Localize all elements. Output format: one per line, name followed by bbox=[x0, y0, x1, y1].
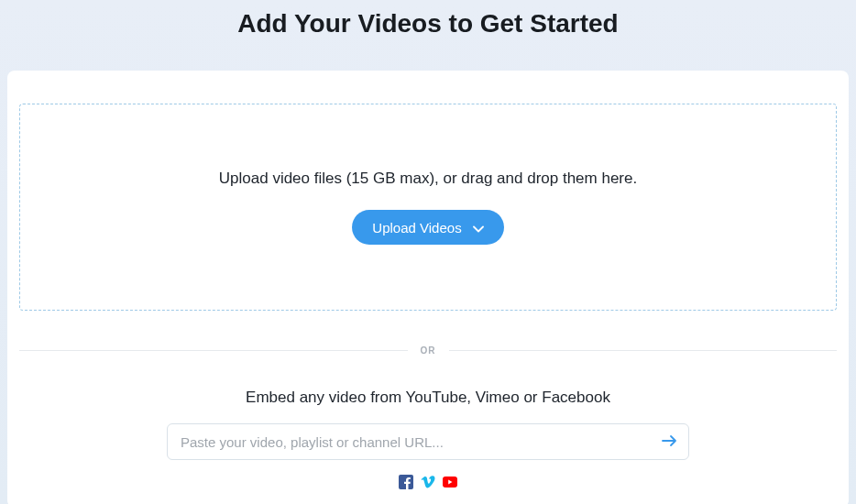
video-url-input[interactable] bbox=[181, 434, 655, 450]
facebook-icon bbox=[399, 475, 413, 489]
chevron-down-icon bbox=[473, 220, 484, 236]
embed-section: Embed any video from YouTube, Vimeo or F… bbox=[16, 389, 840, 489]
upload-dropzone[interactable]: Upload video files (15 GB max), or drag … bbox=[19, 104, 837, 311]
upload-videos-button[interactable]: Upload Videos bbox=[352, 210, 503, 245]
arrow-right-icon bbox=[662, 434, 678, 450]
upload-card: Upload video files (15 GB max), or drag … bbox=[7, 71, 849, 504]
vimeo-icon bbox=[421, 475, 435, 489]
submit-url-button[interactable] bbox=[655, 427, 685, 456]
embed-instruction: Embed any video from YouTube, Vimeo or F… bbox=[16, 389, 840, 407]
page-title: Add Your Videos to Get Started bbox=[0, 0, 856, 71]
youtube-icon bbox=[443, 475, 457, 489]
divider-label: OR bbox=[408, 345, 449, 356]
divider-line-left bbox=[19, 350, 408, 351]
dropzone-instruction: Upload video files (15 GB max), or drag … bbox=[219, 170, 637, 188]
supported-platforms bbox=[16, 475, 840, 489]
url-input-container bbox=[167, 423, 689, 460]
divider-line-right bbox=[449, 350, 838, 351]
divider: OR bbox=[19, 345, 837, 356]
upload-button-label: Upload Videos bbox=[372, 220, 461, 236]
